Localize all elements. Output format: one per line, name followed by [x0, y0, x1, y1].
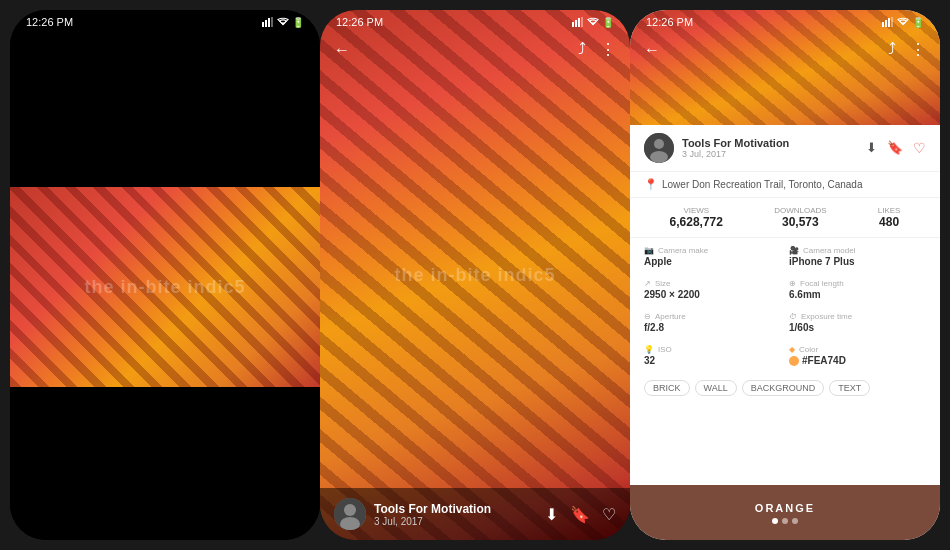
- status-bar-1: 12:26 PM 🔋: [10, 10, 320, 32]
- wifi-icon-2: [587, 17, 599, 27]
- camera-model-item: 🎥 Camera model iPhone 7 Plus: [789, 242, 926, 271]
- share-button-3[interactable]: ⤴: [888, 40, 896, 59]
- svg-point-16: [654, 139, 664, 149]
- svg-rect-1: [265, 20, 267, 27]
- size-value: 2950 × 2200: [644, 289, 781, 300]
- share-button-2[interactable]: ⤴: [578, 40, 586, 59]
- location-text: Lower Don Recreation Trail, Toronto, Can…: [662, 179, 862, 190]
- author-name-3: Tools For Motivation: [682, 137, 866, 149]
- color-banner: ORANGE: [630, 485, 940, 540]
- size-label: ↗ Size: [644, 279, 781, 288]
- author-date-3: 3 Jul, 2017: [682, 149, 866, 159]
- more-button-2[interactable]: ⋮: [600, 40, 616, 59]
- more-button-3[interactable]: ⋮: [910, 40, 926, 59]
- author-action-buttons: ⬇ 🔖 ♡: [866, 140, 926, 156]
- photo-actions-2: ⬇ 🔖 ♡: [545, 505, 616, 524]
- exposure-label: ⏱ Exposure time: [789, 312, 926, 321]
- color-value: #FEA74D: [789, 355, 926, 366]
- dot-1: [772, 518, 778, 524]
- color-swatch: [789, 356, 799, 366]
- photo-bottom-bar: Tools For Motivation 3 Jul, 2017 ⬇ 🔖 ♡: [320, 488, 630, 540]
- tags-row: BRICK WALL BACKGROUND TEXT: [630, 374, 940, 402]
- signal-icons-2: 🔋: [572, 17, 614, 28]
- focal-label: ⊕ Focal length: [789, 279, 926, 288]
- bookmark-button-3[interactable]: 🔖: [887, 140, 903, 156]
- aperture-item: ⊖ Aperture f/2.8: [644, 308, 781, 337]
- video-camera-icon: 🎥: [789, 246, 799, 255]
- svg-rect-7: [581, 17, 583, 27]
- download-button-2[interactable]: ⬇: [545, 505, 558, 524]
- author-avatar: [644, 133, 674, 163]
- username-2: Tools For Motivation: [374, 502, 545, 516]
- back-button-2[interactable]: ←: [334, 41, 350, 59]
- iso-icon: 💡: [644, 345, 654, 354]
- top-action-bar-3: ← ⤴ ⋮: [630, 32, 940, 67]
- tag-text[interactable]: TEXT: [829, 380, 870, 396]
- battery-icon-3: 🔋: [912, 17, 924, 28]
- author-info-3: Tools For Motivation 3 Jul, 2017: [682, 137, 866, 159]
- battery-icon: 🔋: [292, 17, 304, 28]
- bookmark-button-2[interactable]: 🔖: [570, 505, 590, 524]
- tag-wall[interactable]: WALL: [695, 380, 737, 396]
- detail-photo: 12:26 PM 🔋 ←: [630, 10, 940, 125]
- views-value: 6,628,772: [670, 215, 723, 229]
- svg-point-9: [344, 504, 356, 516]
- meta-grid: 📷 Camera make Apple 🎥 Camera model iPhon…: [630, 238, 940, 374]
- aperture-label: ⊖ Aperture: [644, 312, 781, 321]
- camera-make-item: 📷 Camera make Apple: [644, 242, 781, 271]
- stats-row: Views 6,628,772 Downloads 30,573 Likes 4…: [630, 198, 940, 238]
- views-label: Views: [670, 206, 723, 215]
- wifi-icon-3: [897, 17, 909, 27]
- dot-3: [792, 518, 798, 524]
- signal-icon-2: [572, 17, 584, 27]
- wifi-icon: [277, 17, 289, 27]
- location-pin-icon: 📍: [644, 178, 658, 191]
- tag-brick[interactable]: BRICK: [644, 380, 690, 396]
- status-bar-3: 12:26 PM 🔋: [630, 10, 940, 32]
- screens-container: 12:26 PM 🔋 the in-bite indic5: [0, 0, 950, 550]
- focal-item: ⊕ Focal length 6.6mm: [789, 275, 926, 304]
- downloads-value: 30,573: [774, 215, 826, 229]
- download-button-3[interactable]: ⬇: [866, 140, 877, 156]
- user-avatar-2: [334, 498, 366, 530]
- likes-value: 480: [878, 215, 901, 229]
- like-button-2[interactable]: ♡: [602, 505, 616, 524]
- svg-rect-4: [572, 22, 574, 27]
- like-button-3[interactable]: ♡: [913, 140, 926, 156]
- author-row: Tools For Motivation 3 Jul, 2017 ⬇ 🔖 ♡: [630, 125, 940, 172]
- signal-icons-3: 🔋: [882, 17, 924, 28]
- signal-icons-1: 🔋: [262, 17, 304, 28]
- aperture-value: f/2.8: [644, 322, 781, 333]
- downloads-stat: Downloads 30,573: [774, 206, 826, 229]
- battery-icon-2: 🔋: [602, 17, 614, 28]
- size-item: ↗ Size 2950 × 2200: [644, 275, 781, 304]
- exposure-item: ⏱ Exposure time 1/60s: [789, 308, 926, 337]
- user-date-2: 3 Jul, 2017: [374, 516, 545, 527]
- banner-label: ORANGE: [755, 502, 815, 514]
- iso-item: 💡 ISO 32: [644, 341, 781, 370]
- black-bottom: [10, 387, 320, 540]
- tag-background[interactable]: BACKGROUND: [742, 380, 825, 396]
- signal-icon-3: [882, 17, 894, 27]
- avatar-image-2: [334, 498, 366, 530]
- top-action-bar-2: ← ⤴ ⋮: [320, 32, 630, 67]
- location-row: 📍 Lower Don Recreation Trail, Toronto, C…: [630, 172, 940, 198]
- views-stat: Views 6,628,772: [670, 206, 723, 229]
- status-bar-2: 12:26 PM 🔋: [320, 10, 630, 32]
- color-label: ◆ Color: [789, 345, 926, 354]
- likes-label: Likes: [878, 206, 901, 215]
- camera-make-value: Apple: [644, 256, 781, 267]
- color-icon: ◆: [789, 345, 795, 354]
- svg-rect-11: [882, 22, 884, 27]
- watermark-2: the in-bite indic5: [394, 265, 555, 286]
- dot-2: [782, 518, 788, 524]
- color-item: ◆ Color #FEA74D: [789, 341, 926, 370]
- signal-icon: [262, 17, 274, 27]
- exposure-value: 1/60s: [789, 322, 926, 333]
- svg-rect-14: [891, 17, 893, 27]
- svg-rect-5: [575, 20, 577, 27]
- detail-content: Tools For Motivation 3 Jul, 2017 ⬇ 🔖 ♡ 📍…: [630, 125, 940, 402]
- svg-rect-6: [578, 18, 580, 27]
- back-button-3[interactable]: ←: [644, 41, 660, 59]
- camera-model-value: iPhone 7 Plus: [789, 256, 926, 267]
